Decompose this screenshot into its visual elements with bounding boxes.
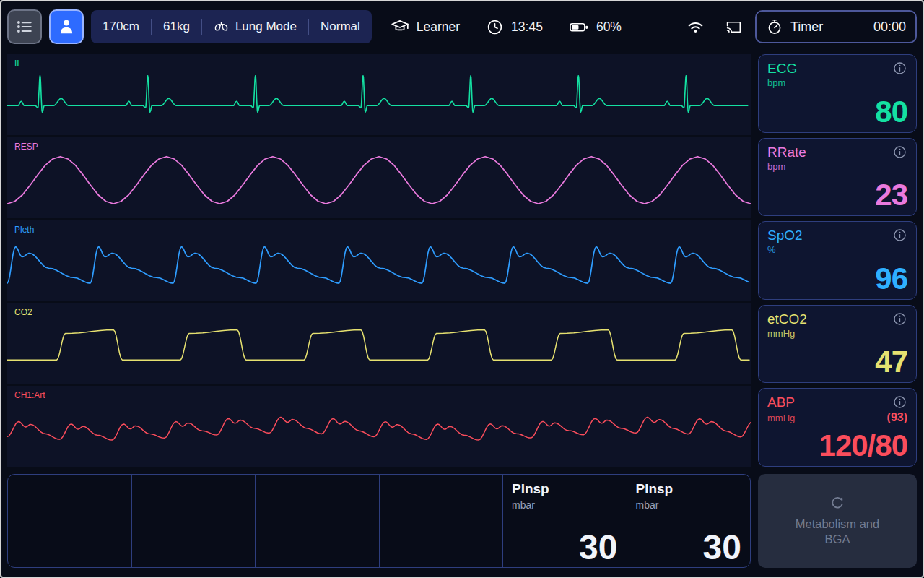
vital-name: RRate [767, 144, 806, 160]
graduation-cap-icon [391, 17, 409, 36]
waveform-row-resp[interactable]: RESP [7, 137, 751, 218]
waveform-row-pleth[interactable]: Pleth [7, 220, 751, 301]
param-name: PInsp [636, 481, 742, 497]
resp-waveform-trace [7, 137, 751, 218]
info-icon[interactable] [892, 61, 907, 76]
learner-mode[interactable]: Learner [391, 17, 460, 36]
param-cell-pinsp-1[interactable]: PInsp mbar 30 [503, 475, 627, 567]
vital-tile-etco2[interactable]: etCO2 mmHg 47 [758, 305, 917, 384]
vital-value: 120/80 [819, 431, 907, 460]
bottom-bar: PInsp mbar 30 PInsp mbar 30 Metabolism a… [7, 474, 917, 568]
param-cell-empty-3[interactable] [256, 475, 380, 567]
vital-value: 80 [875, 98, 907, 126]
lungs-icon [214, 20, 229, 35]
co2-waveform-trace [7, 303, 751, 384]
waveform-label: II [14, 59, 19, 69]
waveform-row-ecg-ii[interactable]: II [7, 54, 751, 135]
param-unit: mbar [512, 499, 618, 511]
patient-icon [57, 17, 76, 36]
hamburger-icon [15, 17, 34, 36]
battery-fill-level [572, 25, 578, 29]
vital-name: ABP [767, 394, 795, 410]
waveform-row-art[interactable]: CH1:Art [7, 386, 751, 467]
param-cell-empty-4[interactable] [380, 475, 504, 567]
battery-percent: 60% [596, 20, 622, 35]
waveform-label: CO2 [14, 307, 32, 317]
top-bar: 170cm 61kg Lung Mode Normal [7, 8, 917, 46]
patient-monitor-screen: 170cm 61kg Lung Mode Normal [0, 0, 924, 578]
vital-unit: mmHg [767, 413, 795, 423]
battery-status: 60% [569, 18, 622, 36]
info-icon[interactable] [892, 394, 907, 410]
patient-button[interactable] [49, 9, 84, 44]
vital-name: etCO2 [767, 311, 807, 327]
parameter-cells: PInsp mbar 30 PInsp mbar 30 [7, 474, 751, 568]
vital-tile-ecg[interactable]: ECG bpm 80 [758, 54, 917, 133]
art-waveform-trace [7, 386, 751, 467]
battery-icon [569, 18, 589, 36]
clock-icon [486, 18, 504, 36]
vital-tile-spo2[interactable]: SpO2 % 96 [758, 221, 917, 300]
metabolism-bga-button[interactable]: Metabolism and BGA [758, 474, 917, 568]
info-icon[interactable] [892, 228, 907, 243]
vital-unit: % [767, 244, 776, 255]
patient-info-bar[interactable]: 170cm 61kg Lung Mode Normal [91, 10, 372, 43]
vital-value: 23 [875, 181, 907, 210]
current-time: 13:45 [511, 20, 543, 35]
param-cell-empty-2[interactable] [132, 475, 256, 567]
status-group: Learner 13:45 60% [391, 17, 622, 36]
lung-mode-segment: Lung Mode [202, 20, 308, 35]
vital-tile-rrate[interactable]: RRate bpm 23 [758, 138, 917, 217]
timer-label: Timer [790, 20, 823, 35]
vital-name: ECG [767, 61, 797, 77]
lung-mode-value: Normal [309, 20, 372, 34]
vital-name: SpO2 [767, 228, 803, 243]
waveform-label: RESP [14, 142, 38, 152]
main-area: II RESP Pleth CO2 [7, 54, 917, 467]
vital-value: 47 [875, 348, 907, 376]
menu-button[interactable] [7, 9, 42, 44]
wifi-icon[interactable] [686, 18, 705, 36]
refresh-icon [829, 495, 845, 511]
param-value: 30 [703, 532, 741, 563]
ecg-waveform-trace [7, 54, 751, 135]
vitals-sidebar: ECG bpm 80 RRate bpm 23 [758, 54, 917, 467]
vital-unit: bpm [767, 161, 785, 172]
vital-unit: bpm [767, 77, 785, 88]
waveform-label: CH1:Art [14, 390, 45, 400]
patient-weight: 61kg [152, 20, 201, 34]
vital-mean-value: (93) [887, 411, 907, 424]
metabolism-bga-label: Metabolism and BGA [783, 517, 892, 548]
pleth-waveform-trace [7, 220, 751, 301]
waveform-panel: II RESP Pleth CO2 [7, 54, 751, 467]
info-icon[interactable] [892, 311, 907, 327]
vital-value: 96 [875, 264, 907, 293]
lung-mode-label: Lung Mode [235, 20, 297, 34]
param-name: PInsp [512, 481, 618, 497]
vital-tile-abp[interactable]: ABP mmHg(93) 120/80 [758, 388, 917, 467]
waveform-label: Pleth [14, 225, 34, 235]
param-cell-pinsp-2[interactable]: PInsp mbar 30 [627, 475, 751, 567]
param-cell-empty-1[interactable] [8, 475, 132, 567]
param-value: 30 [579, 532, 617, 563]
waveform-row-co2[interactable]: CO2 [7, 303, 751, 384]
patient-height: 170cm [91, 20, 151, 34]
screen-cast-icon[interactable] [724, 18, 744, 36]
learner-label: Learner [417, 20, 460, 35]
vital-unit: mmHg [767, 328, 795, 339]
stopwatch-icon [766, 18, 783, 35]
info-icon[interactable] [892, 144, 907, 160]
timer-widget[interactable]: Timer 00:00 [755, 10, 917, 43]
timer-value: 00:00 [873, 20, 906, 35]
connectivity-group [686, 18, 744, 36]
clock-status: 13:45 [486, 18, 543, 36]
param-unit: mbar [636, 499, 742, 511]
